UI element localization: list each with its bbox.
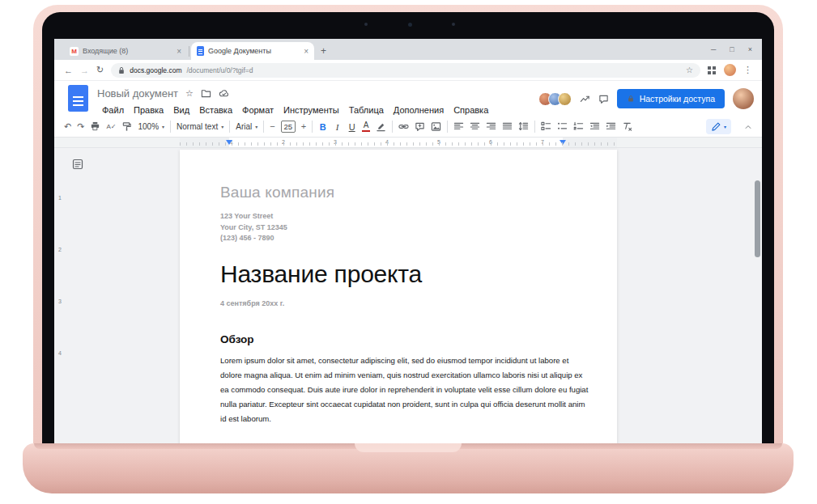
font-select[interactable]: Arial ▾ <box>236 122 257 131</box>
horizontal-ruler[interactable]: 1 2 3 4 5 6 7 <box>180 138 617 147</box>
highlight-color-icon[interactable] <box>376 121 386 132</box>
url-field[interactable]: docs.google.com /document/u/0/?tgif=d ☆ <box>111 63 700 78</box>
collaborator-avatars <box>538 92 572 106</box>
docs-header: Новый документ ☆ <box>54 81 762 116</box>
close-tab-icon[interactable]: × <box>177 47 181 56</box>
menu-file[interactable]: Файл <box>97 105 129 115</box>
close-tab-icon[interactable]: × <box>304 47 309 56</box>
ruler-number: 4 <box>385 139 389 145</box>
window-controls: ─ □ × <box>711 45 762 53</box>
checklist-icon[interactable] <box>541 121 551 132</box>
ruler-number: 5 <box>437 139 440 145</box>
font-size-decrease-icon[interactable]: − <box>270 122 274 131</box>
tab-divider <box>189 46 189 57</box>
share-button-label: Настройки доступа <box>640 94 715 104</box>
insert-link-icon[interactable] <box>398 121 409 132</box>
docs-toolbar: ↶ ↷ A✓ <box>54 116 762 138</box>
align-right-icon[interactable] <box>486 121 496 132</box>
underline-icon[interactable]: U <box>347 122 356 132</box>
menu-tools[interactable]: Инструменты <box>279 105 344 115</box>
collapse-toolbar-icon[interactable] <box>744 120 752 134</box>
document-title[interactable]: Новый документ <box>97 87 178 100</box>
numbered-list-icon[interactable] <box>573 121 584 132</box>
document-page[interactable]: Ваша компания 123 Your Street Your City,… <box>180 150 617 443</box>
scrollbar-thumb[interactable] <box>755 180 760 257</box>
paint-format-icon[interactable] <box>121 121 132 132</box>
add-comment-icon[interactable] <box>415 121 425 132</box>
line-spacing-icon[interactable] <box>518 121 529 132</box>
microphone-dot <box>364 23 368 26</box>
clear-formatting-icon[interactable] <box>622 121 632 132</box>
forward-icon[interactable]: → <box>80 66 89 75</box>
menu-addons[interactable]: Дополнения <box>389 105 449 115</box>
paragraph-style-select[interactable]: Normal text ▾ <box>177 122 223 131</box>
text-color-icon[interactable]: A <box>362 121 370 133</box>
left-indent-marker[interactable] <box>226 140 232 145</box>
account-avatar[interactable] <box>733 88 754 109</box>
document-area: 1 2 3 4 Ваша компания 123 Your Street Yo… <box>54 148 762 443</box>
chevron-down-icon: ▾ <box>221 124 223 129</box>
star-document-icon[interactable]: ☆ <box>185 88 194 99</box>
move-folder-icon[interactable] <box>201 88 211 99</box>
vertical-ruler-number: 1 <box>58 195 62 201</box>
pencil-icon <box>711 121 721 132</box>
chevron-down-icon: ▾ <box>255 124 257 129</box>
browser-profile-avatar[interactable] <box>724 64 736 76</box>
menu-table[interactable]: Таблица <box>344 105 389 115</box>
tab-label: Google Документы <box>208 47 300 55</box>
undo-icon[interactable]: ↶ <box>64 122 71 131</box>
menu-insert[interactable]: Вставка <box>194 105 237 115</box>
tab-gmail[interactable]: M Входящие (8) × <box>64 42 187 60</box>
back-icon[interactable]: ← <box>64 66 73 75</box>
right-indent-marker[interactable] <box>560 140 566 145</box>
extensions-icon[interactable] <box>708 66 711 70</box>
gmail-icon: M <box>70 47 79 56</box>
minimize-button[interactable]: ─ <box>711 45 716 53</box>
align-left-icon[interactable] <box>453 121 464 132</box>
menu-edit[interactable]: Правка <box>129 105 168 115</box>
share-button[interactable]: Настройки доступа <box>617 89 725 108</box>
align-justify-icon[interactable] <box>502 121 513 132</box>
zoom-select[interactable]: 100% ▾ <box>138 122 164 131</box>
italic-icon[interactable]: I <box>333 122 342 132</box>
indent-increase-icon[interactable] <box>606 121 616 132</box>
redo-icon[interactable]: ↷ <box>77 122 84 131</box>
new-tab-button[interactable]: + <box>321 45 326 57</box>
bulleted-list-icon[interactable] <box>557 121 568 132</box>
reload-icon[interactable]: ↻ <box>96 65 104 75</box>
bookmark-star-icon[interactable]: ☆ <box>686 66 693 74</box>
collaborator-avatar[interactable] <box>558 92 572 106</box>
comment-history-icon[interactable] <box>598 94 609 104</box>
menu-format[interactable]: Формат <box>237 105 279 115</box>
editing-mode-button[interactable]: ▾ <box>706 119 731 134</box>
spellcheck-icon[interactable]: A✓ <box>106 124 116 130</box>
ruler-number: 3 <box>334 139 337 145</box>
address-block: 123 Your Street Your City, ST 12345 (123… <box>220 211 589 244</box>
menu-view[interactable]: Вид <box>168 105 194 115</box>
project-title: Название проекта <box>220 260 589 288</box>
menu-help[interactable]: Справка <box>449 105 493 115</box>
microphone-dot <box>452 23 455 26</box>
docs-app-icon[interactable] <box>68 85 88 112</box>
company-name: Ваша компания <box>220 184 589 201</box>
menu-bar: Файл Правка Вид Вставка Формат Инструмен… <box>97 103 493 116</box>
print-icon[interactable] <box>90 121 100 132</box>
insert-image-icon[interactable] <box>431 121 441 132</box>
font-size-input[interactable]: 25 <box>281 121 296 133</box>
ruler-number: 6 <box>489 139 492 145</box>
vertical-ruler-number: 3 <box>58 299 62 304</box>
align-center-icon[interactable] <box>470 121 480 132</box>
bold-icon[interactable]: B <box>318 122 327 132</box>
tab-docs[interactable]: Google Документы × <box>191 42 314 60</box>
show-outline-icon[interactable] <box>72 159 83 173</box>
font-size-increase-icon[interactable]: + <box>301 122 306 131</box>
browser-menu-icon[interactable]: ⋮ <box>743 65 752 75</box>
address-line: 123 Your Street <box>220 211 589 222</box>
cloud-saved-icon[interactable] <box>219 88 229 99</box>
close-window-button[interactable]: × <box>748 45 752 53</box>
indent-decrease-icon[interactable] <box>589 121 600 132</box>
maximize-button[interactable]: □ <box>730 45 734 53</box>
activity-dashboard-icon[interactable] <box>580 94 590 104</box>
section-heading: Обзор <box>220 333 589 345</box>
style-value: Normal text <box>177 122 218 131</box>
